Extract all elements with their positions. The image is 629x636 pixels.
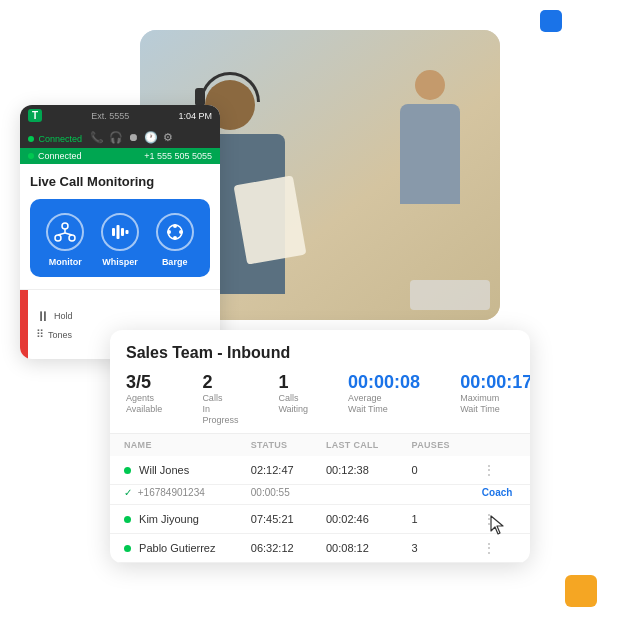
stat-avg-wait: 00:00:08 AverageWait Time [348,372,420,415]
svg-line-5 [65,233,72,235]
monitor-icon [46,213,84,251]
table-sub-row: ✓ +16784901234 00:00:55 Coach [110,485,530,505]
table-body: Will Jones 02:12:47 00:12:38 0 ⋮ ✓ +1678… [110,456,530,563]
svg-point-1 [55,235,61,241]
col-last-call: Last Call [312,434,398,456]
settings-icon[interactable]: ⚙ [163,131,173,144]
tones-button[interactable]: ⠿ Tones [36,328,73,341]
stat-calls-waiting-value: 1 [278,372,288,393]
stat-calls-waiting: 1 CallsWaiting [278,372,308,415]
ellipsis-icon: ⋮ [482,540,496,556]
phone-icons-row: 📞 🎧 ⏺ 🕐 ⚙ [90,131,173,144]
ellipsis-icon: ⋮ [482,462,496,478]
whisper-label: Whisper [102,257,138,267]
checkmark-icon: ✓ [124,487,132,498]
tones-label: Tones [48,330,72,340]
active-call-bar: Connected +1 555 505 5055 [20,148,220,164]
cell-pauses: 1 [398,505,468,534]
red-strip [20,290,28,359]
svg-line-4 [58,233,65,235]
cell-coach[interactable]: Coach [468,485,530,505]
barge-label: Barge [162,257,188,267]
svg-rect-9 [125,230,128,234]
status-dot-green [124,545,131,552]
status-dot-green [124,467,131,474]
col-pauses: Pauses [398,434,468,456]
stat-agents: 3/5 AgentsAvailable [126,372,162,415]
svg-point-11 [173,224,177,228]
barge-icon [156,213,194,251]
cell-ellipsis[interactable]: ⋮ [468,534,530,563]
cell-sub-pauses [398,485,468,505]
phone-header: T Ext. 5555 1:04 PM [20,105,220,126]
hold-label: Hold [54,311,73,321]
cell-pauses: 0 [398,456,468,485]
active-call-label: Connected [38,151,82,161]
phone-status-bar: Connected 📞 🎧 ⏺ 🕐 ⚙ [20,126,220,148]
phone-panel: T Ext. 5555 1:04 PM Connected 📞 🎧 ⏺ 🕐 ⚙ … [20,105,220,359]
phone-icon[interactable]: 📞 [90,131,104,144]
stat-agents-value: 3/5 [126,372,151,393]
ellipsis-icon: ⋮ [482,511,496,527]
phone-brand-icon: T [28,109,42,122]
active-call-number: +1 555 505 5055 [86,151,212,161]
sales-title: Sales Team - Inbound [126,344,514,362]
cell-name: Will Jones [110,456,237,485]
deco-square-orange-bottom [565,575,597,607]
col-name: Name [110,434,237,456]
table-row: Kim Jiyoung 07:45:21 00:02:46 1 ⋮ [110,505,530,534]
col-status: Status [237,434,312,456]
barge-button[interactable]: Barge [156,213,194,267]
side-buttons: ⏸ Hold ⠿ Tones [28,290,81,359]
phone-extension: Ext. 5555 [91,111,129,121]
table-row: Will Jones 02:12:47 00:12:38 0 ⋮ [110,456,530,485]
cell-last-call: 00:08:12 [312,534,398,563]
stat-max-wait: 00:00:17 MaximumWait Time [460,372,530,415]
svg-rect-8 [121,228,124,236]
table-header: Name Status Last Call Pauses [110,434,530,456]
svg-point-2 [69,235,75,241]
col-actions [468,434,530,456]
whisper-icon [101,213,139,251]
svg-point-13 [167,230,171,234]
svg-point-12 [173,236,177,240]
cell-ellipsis[interactable]: ⋮ [468,505,530,534]
cell-sub-number: ✓ +16784901234 [110,485,237,505]
whisper-button[interactable]: Whisper [101,213,139,267]
stat-max-wait-value: 00:00:17 [460,372,530,393]
live-call-section: Live Call Monitoring Monitor [20,164,220,277]
cell-status: 06:32:12 [237,534,312,563]
stat-agents-label: AgentsAvailable [126,393,162,415]
stat-calls-progress-value: 2 [202,372,212,393]
monitor-button[interactable]: Monitor [46,213,84,267]
sales-table: Name Status Last Call Pauses Will Jones … [110,434,530,563]
coach-button[interactable]: Coach [482,487,513,498]
cell-last-call: 00:02:46 [312,505,398,534]
svg-rect-6 [112,228,115,236]
stat-max-wait-label: MaximumWait Time [460,393,500,415]
clock-icon: 🕐 [144,131,158,144]
cell-last-call: 00:12:38 [312,456,398,485]
phone-status-connected-dot: Connected [28,128,82,146]
stat-calls-progress-label: CallsIn Progress [202,393,238,425]
stat-calls-waiting-label: CallsWaiting [278,393,308,415]
active-call-dot [28,153,34,159]
table-row: Pablo Gutierrez 06:32:12 00:08:12 3 ⋮ [110,534,530,563]
record-icon[interactable]: ⏺ [128,131,139,143]
headset-icon[interactable]: 🎧 [109,131,123,144]
monitor-buttons-group: Monitor Whisper [30,199,210,277]
live-call-title: Live Call Monitoring [30,174,210,189]
stat-avg-wait-value: 00:00:08 [348,372,420,393]
cell-status: 02:12:47 [237,456,312,485]
cell-sub-last-call [312,485,398,505]
svg-point-14 [179,230,183,234]
sales-stats-row: 3/5 AgentsAvailable 2 CallsIn Progress 1… [126,372,514,425]
cell-name: Kim Jiyoung [110,505,237,534]
sales-header: Sales Team - Inbound 3/5 AgentsAvailable… [110,330,530,434]
cell-pauses: 3 [398,534,468,563]
stat-avg-wait-label: AverageWait Time [348,393,388,415]
status-dot-green [124,516,131,523]
cell-ellipsis[interactable]: ⋮ [468,456,530,485]
deco-square-blue-top [540,10,562,32]
hold-button[interactable]: ⏸ Hold [36,308,73,324]
